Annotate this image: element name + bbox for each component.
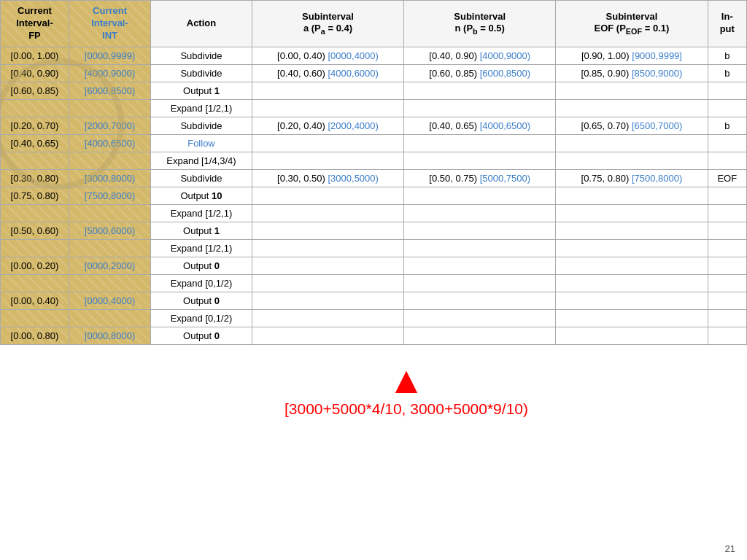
cell-int: [0000,8000) — [69, 327, 150, 344]
cell-sub-a — [252, 222, 403, 239]
table-row: Expand [0,1/2) — [1, 274, 747, 292]
cell-sub-n — [404, 239, 556, 257]
cell-action: Expand [1/2,1) — [151, 99, 252, 117]
cell-action: Output 0 — [151, 327, 252, 344]
cell-int — [69, 309, 150, 327]
cell-sub-eof: [0.75, 0.80) [7500,8000) — [556, 169, 708, 187]
cell-sub-n: [0.40, 0.90) [4000,9000) — [404, 47, 556, 64]
cell-sub-a — [252, 239, 403, 257]
sub-eof-subscript: EOF — [626, 27, 642, 36]
cell-sub-a — [252, 99, 403, 117]
cell-fp: [0.30, 0.80) — [1, 169, 69, 187]
cell-int — [69, 204, 150, 222]
cell-input — [708, 134, 746, 152]
cell-sub-n — [404, 257, 556, 274]
cell-int: [4000,6500) — [69, 134, 150, 152]
table-row: [0.00, 0.20)[0000,2000)Output 0 — [1, 257, 747, 274]
cell-int: [3000,8000) — [69, 169, 150, 187]
table-row: Expand [1/4,3/4) — [1, 152, 747, 169]
cell-int: [0000,9999) — [69, 47, 150, 64]
cell-sub-n: [0.60, 0.85) [6000,8500) — [404, 64, 556, 82]
main-table: Current Interval- FP Current Interval- I… — [0, 0, 747, 345]
table-row: [0.40, 0.90)[4000,9000)Subdivide[0.40, 0… — [1, 64, 747, 82]
cell-fp: [0.40, 0.65) — [1, 134, 69, 152]
cell-fp: [0.50, 0.60) — [1, 222, 69, 239]
red-arrow-icon: ▲ — [387, 361, 425, 399]
cell-sub-eof — [556, 134, 708, 152]
table-row: [0.00, 0.80)[0000,8000)Output 0 — [1, 327, 747, 344]
cell-sub-a — [252, 309, 403, 327]
table-row: [0.00, 0.40)[0000,4000)Output 0 — [1, 292, 747, 309]
cell-input: b — [708, 47, 746, 64]
cell-fp: [0.40, 0.90) — [1, 64, 69, 82]
cell-sub-a — [252, 292, 403, 309]
sub-n-line1: Subinterval — [454, 11, 506, 22]
cell-sub-n — [404, 222, 556, 239]
cell-sub-a — [252, 187, 403, 204]
table-row: Expand [1/2,1) — [1, 99, 747, 117]
cell-input: EOF — [708, 169, 746, 187]
cell-sub-a: [0.40, 0.60) [4000,6000) — [252, 64, 403, 82]
header-sub-a: Subinterval a (Pa = 0.4) — [252, 1, 403, 47]
cell-action: Subdivide — [151, 64, 252, 82]
cell-input — [708, 309, 746, 327]
annotation-container: ▲ [3000+5000*4/10, 3000+5000*9/10) — [285, 361, 528, 418]
cell-sub-n — [404, 82, 556, 99]
cell-input — [708, 257, 746, 274]
cell-sub-a: [0.00, 0.40) [0000,4000) — [252, 47, 403, 64]
sub-a-line2: a (P — [303, 23, 321, 34]
cell-sub-n — [404, 274, 556, 292]
cell-fp: [0.00, 1.00) — [1, 47, 69, 64]
cell-input — [708, 292, 746, 309]
cell-fp — [1, 274, 69, 292]
cell-sub-n — [404, 99, 556, 117]
cell-sub-eof — [556, 257, 708, 274]
cell-fp — [1, 309, 69, 327]
cell-action: Follow — [151, 134, 252, 152]
sub-a-line1: Subinterval — [302, 11, 354, 22]
cell-int — [69, 239, 150, 257]
cell-sub-a — [252, 274, 403, 292]
cell-sub-eof — [556, 292, 708, 309]
header-sub-eof: Subinterval EOF (PEOF = 0.1) — [556, 1, 708, 47]
cell-input — [708, 239, 746, 257]
cell-input: b — [708, 64, 746, 82]
cell-input — [708, 274, 746, 292]
table-row: [0.20, 0.70)[2000,7000)Subdivide[0.20, 0… — [1, 117, 747, 134]
table-row: [0.60, 0.85)[6000,8500)Output 1 — [1, 82, 747, 99]
cell-sub-n — [404, 327, 556, 344]
cell-input: b — [708, 117, 746, 134]
cell-sub-n — [404, 292, 556, 309]
table-row: [0.00, 1.00)[0000,9999)Subdivide[0.00, 0… — [1, 47, 747, 64]
cell-sub-eof — [556, 187, 708, 204]
cell-fp — [1, 204, 69, 222]
header-fp: Current Interval- FP — [1, 1, 69, 47]
header-input: In- put — [708, 1, 746, 47]
cell-sub-a — [252, 152, 403, 169]
cell-fp: [0.60, 0.85) — [1, 82, 69, 99]
cell-action: Output 0 — [151, 257, 252, 274]
cell-sub-eof — [556, 239, 708, 257]
cell-input — [708, 82, 746, 99]
cell-fp: [0.00, 0.20) — [1, 257, 69, 274]
cell-sub-n — [404, 187, 556, 204]
cell-sub-n: [0.40, 0.65) [4000,6500) — [404, 117, 556, 134]
sub-a-line3: = 0.4) — [325, 23, 352, 34]
header-sub-n: Subinterval n (Pb = 0.5) — [404, 1, 556, 47]
cell-int: [0000,2000) — [69, 257, 150, 274]
cell-input — [708, 222, 746, 239]
cell-sub-a — [252, 327, 403, 344]
cell-input — [708, 99, 746, 117]
cell-sub-n — [404, 204, 556, 222]
cell-sub-n — [404, 309, 556, 327]
header-action: Action — [151, 1, 252, 47]
cell-sub-eof — [556, 274, 708, 292]
header-row: Current Interval- FP Current Interval- I… — [1, 1, 747, 47]
cell-fp: [0.00, 0.80) — [1, 327, 69, 344]
cell-fp — [1, 152, 69, 169]
cell-action: Output 10 — [151, 187, 252, 204]
cell-sub-a — [252, 134, 403, 152]
table-row: Expand [1/2,1) — [1, 204, 747, 222]
cell-action: Subdivide — [151, 47, 252, 64]
cell-sub-eof — [556, 327, 708, 344]
